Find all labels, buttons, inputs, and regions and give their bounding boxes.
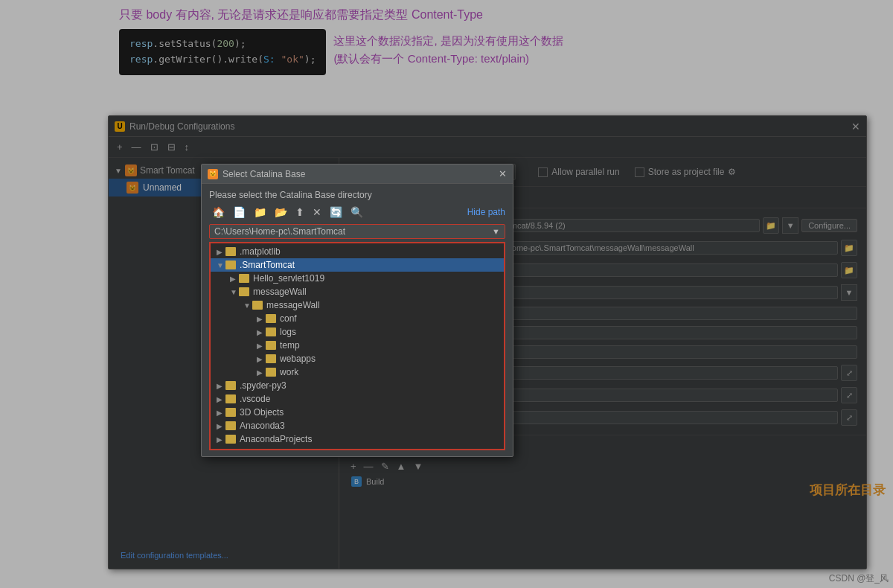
dialog-tree[interactable]: ▶.matplotlib▼.SmartTomcat▶Hello_servlet1… — [209, 242, 505, 450]
tree-item-label: messageWall — [266, 300, 320, 310]
tree-item[interactable]: ▶Anaconda3 — [211, 419, 504, 432]
tree-item[interactable]: ▶Hello_servlet1019 — [211, 272, 504, 285]
tree-item[interactable]: ▶webapps — [211, 352, 504, 365]
tree-folder-icon — [225, 394, 236, 403]
dialog-path-dropdown-btn[interactable]: ▼ — [492, 227, 500, 236]
tree-chevron: ▶ — [217, 248, 225, 256]
tree-item[interactable]: ▶.matplotlib — [211, 245, 504, 258]
dialog-refresh-btn[interactable]: 🔄 — [327, 205, 345, 220]
dialog-body: Please select the Catalina Base director… — [202, 184, 513, 456]
tree-folder-icon — [225, 435, 236, 444]
tree-item[interactable]: ▶temp — [211, 339, 504, 352]
tree-chevron: ▶ — [257, 368, 266, 377]
tree-item[interactable]: ▶logs — [211, 325, 504, 339]
catalina-dialog: 🐱 Select Catalina Base ✕ Please select t… — [201, 164, 513, 457]
tree-chevron: ▶ — [230, 275, 239, 283]
tree-item-label: .SmartTomcat — [240, 260, 295, 270]
tree-chevron: ▶ — [217, 395, 225, 403]
tree-item-label: Anaconda3 — [240, 421, 285, 431]
tree-folder-icon — [266, 314, 276, 323]
tree-item-label: temp — [280, 340, 300, 351]
tree-chevron: ▶ — [217, 409, 225, 417]
dialog-close-btn[interactable]: ✕ — [499, 168, 507, 179]
tree-chevron: ▶ — [257, 342, 266, 350]
tree-item[interactable]: ▶work — [211, 365, 504, 379]
tree-chevron: ▶ — [257, 315, 266, 323]
tree-item-label: logs — [280, 327, 296, 337]
tree-item[interactable]: ▶.spyder-py3 — [211, 379, 504, 392]
tree-chevron: ▶ — [257, 328, 266, 336]
tree-folder-icon — [239, 274, 249, 283]
tree-item[interactable]: ▶AnacondaProjects — [211, 432, 504, 446]
dialog-upload-btn[interactable]: ⬆ — [292, 205, 307, 220]
tree-chevron: ▶ — [217, 435, 225, 444]
tree-folder-icon — [225, 421, 236, 430]
tree-chevron: ▼ — [230, 288, 239, 296]
tree-chevron: ▶ — [217, 422, 225, 430]
tree-item[interactable]: ▼messageWall — [211, 285, 504, 298]
dialog-path-bar: C:\Users\Home-pc\.SmartTomcat ▼ — [209, 224, 505, 239]
tree-item-label: webapps — [280, 354, 316, 364]
dialog-title: Select Catalina Base — [223, 169, 499, 179]
tree-item-label: 3D Objects — [240, 407, 284, 418]
tree-chevron: ▼ — [217, 261, 225, 269]
tree-item[interactable]: ▶conf — [211, 312, 504, 325]
dialog-new-file-btn[interactable]: 📄 — [230, 205, 249, 220]
tree-folder-icon — [225, 408, 236, 417]
tree-item[interactable]: ▼messageWall — [211, 298, 504, 312]
hide-path-btn[interactable]: Hide path — [467, 207, 505, 217]
dialog-open-btn[interactable]: 📂 — [272, 205, 290, 220]
tree-folder-icon — [266, 354, 276, 363]
tree-chevron: ▼ — [243, 301, 252, 310]
tree-chevron: ▶ — [217, 382, 225, 390]
tree-item[interactable]: ▶.vscode — [211, 392, 504, 406]
tree-item-label: .spyder-py3 — [240, 380, 287, 391]
tree-folder-icon — [239, 287, 249, 296]
tree-chevron: ▶ — [257, 355, 266, 363]
dialog-home-btn[interactable]: 🏠 — [209, 205, 228, 220]
dialog-instruction: Please select the Catalina Base director… — [209, 190, 505, 200]
tree-item-label: conf — [280, 313, 297, 324]
dialog-search-btn[interactable]: 🔍 — [348, 205, 366, 220]
tree-folder-icon — [225, 381, 236, 390]
dialog-titlebar: 🐱 Select Catalina Base ✕ — [202, 164, 513, 184]
tree-item-label: work — [280, 367, 298, 377]
tree-folder-icon — [266, 368, 276, 377]
tree-item-label: messageWall — [253, 287, 307, 297]
dialog-path-text: C:\Users\Home-pc\.SmartTomcat — [214, 226, 492, 237]
dialog-delete-btn[interactable]: ✕ — [310, 205, 324, 220]
tree-folder-icon — [225, 247, 236, 256]
tree-item-label: Hello_servlet1019 — [253, 273, 324, 284]
tree-item-label: AnacondaProjects — [240, 434, 312, 444]
dialog-toolbar: 🏠 📄 📁 📂 ⬆ ✕ 🔄 🔍 Hide path — [209, 205, 505, 220]
tree-folder-icon — [266, 327, 276, 336]
tree-folder-icon — [266, 341, 276, 350]
tree-folder-icon — [225, 261, 236, 269]
dialog-new-folder-btn[interactable]: 📁 — [251, 205, 269, 220]
tree-folder-icon — [252, 301, 263, 310]
tree-item-label: .vscode — [240, 394, 270, 404]
tree-item-label: .matplotlib — [240, 246, 281, 257]
tree-item[interactable]: ▶3D Objects — [211, 406, 504, 419]
dialog-icon: 🐱 — [208, 169, 218, 179]
tree-item[interactable]: ▼.SmartTomcat — [211, 258, 504, 272]
